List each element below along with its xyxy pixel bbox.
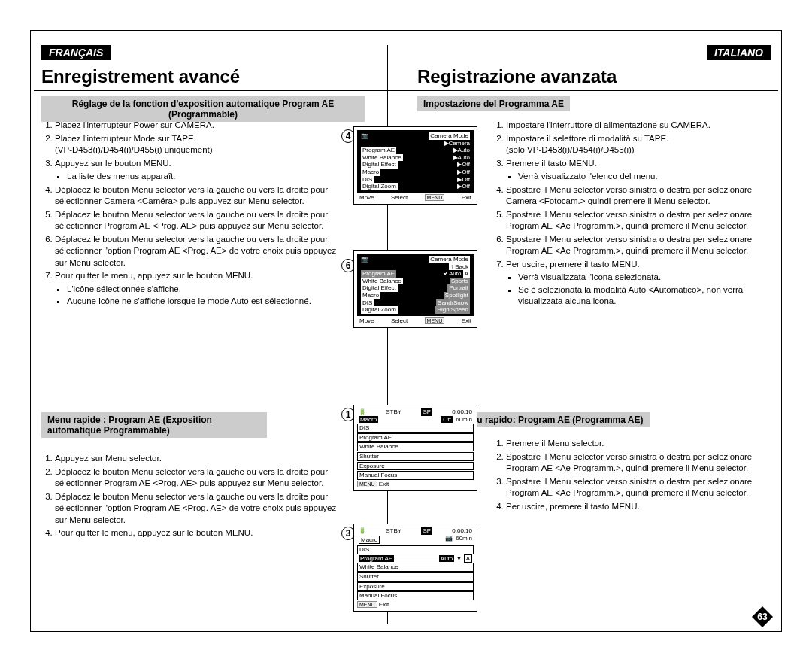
steps-it-2: Premere il Menu selector. Spostare il Me…	[492, 435, 778, 514]
list-item: Appuyez sur le bouton MENU. La liste des…	[55, 158, 338, 183]
lcd-diagram-1: 🔋STBYSP0:00:10 MacroOff 60min DIS Progra…	[353, 405, 477, 491]
language-tab-fr: FRANÇAIS	[41, 45, 111, 60]
list-item: Déplacez le bouton Menu selector vers la…	[55, 184, 338, 208]
lcd-diagram-3: 🔋STBYSP0:00:10 Macro📷 60min DIS Program …	[353, 524, 477, 612]
list-item: Spostare il Menu selector verso sinistra…	[506, 234, 778, 257]
steps-it-1: Impostare l'interruttore di alimentazion…	[492, 117, 778, 309]
section-heading-it-1: Impostazione del Programma AE	[417, 96, 570, 111]
list-item: Déplacez le bouton Menu selector vers la…	[55, 209, 338, 232]
list-item: Placez l'interrupteur Mode sur TAPE.(VP-…	[55, 133, 338, 156]
list-item: Appuyez sur Menu selector.	[55, 453, 338, 465]
list-item: Premere il tasto MENU. Verrà visualizzat…	[506, 158, 778, 183]
title-rule	[34, 90, 778, 92]
steps-fr-1: Placez l'interrupteur Power sur CAMERA. …	[41, 117, 338, 309]
list-item: Spostare il Menu selector verso sinistra…	[506, 451, 778, 475]
list-item: Verrà visualizzata l'icona selezionata.	[518, 272, 778, 284]
list-item: La liste des menus apparaît.	[67, 171, 338, 183]
list-item: Spostare il Menu selector verso sinistra…	[506, 209, 778, 232]
list-item: Spostare il Menu selector verso sinistra…	[506, 184, 778, 208]
language-tab-it: ITALIANO	[707, 45, 771, 60]
list-item: Spostare il Menu selector verso sinistra…	[506, 476, 778, 500]
list-item: L'icône sélectionnée s'affiche.	[67, 284, 338, 296]
list-item: Pour quitter le menu, appuyez sur le bou…	[55, 527, 338, 539]
list-item: Impostare l'interruttore di alimentazion…	[506, 120, 778, 132]
list-item: Placez l'interrupteur Power sur CAMERA.	[55, 120, 338, 132]
list-item: Déplacez le bouton Menu selector vers la…	[55, 491, 338, 527]
list-item: Déplacez le bouton Menu selector vers la…	[55, 466, 338, 490]
list-item: Verrà visualizzato l'elenco del menu.	[518, 171, 778, 183]
steps-fr-2: Appuyez sur Menu selector. Déplacez le b…	[41, 450, 338, 541]
list-item: Aucune icône ne s'affiche lorsque le mod…	[67, 296, 338, 308]
list-item: Pour quitter le menu, appuyez sur le bou…	[55, 270, 338, 308]
list-item: Impostare il selettore di modalità su TA…	[506, 133, 778, 156]
list-item: Per uscire, premere il tasto MENU.	[506, 501, 778, 513]
list-item: Déplacez le bouton Menu selector vers la…	[55, 234, 338, 269]
lcd-diagram-4: 📷Camera Mode ▶Camera Program AE▶Auto Whi…	[353, 126, 477, 205]
list-item: Se è selezionata la modalità Auto <Autom…	[518, 284, 778, 308]
page-title-fr: Enregistrement avancé	[41, 66, 240, 87]
list-item: Premere il Menu selector.	[506, 438, 778, 450]
page-title-it: Registrazione avanzata	[417, 66, 617, 87]
lcd-diagram-6: 📷Camera Mode ↑ Back Program AE✔Auto A Wh…	[353, 250, 477, 328]
section-heading-fr-2: Menu rapide : Program AE (Exposition aut…	[41, 412, 267, 438]
list-item: Per uscire, premere il tasto MENU. Verrà…	[506, 259, 778, 308]
